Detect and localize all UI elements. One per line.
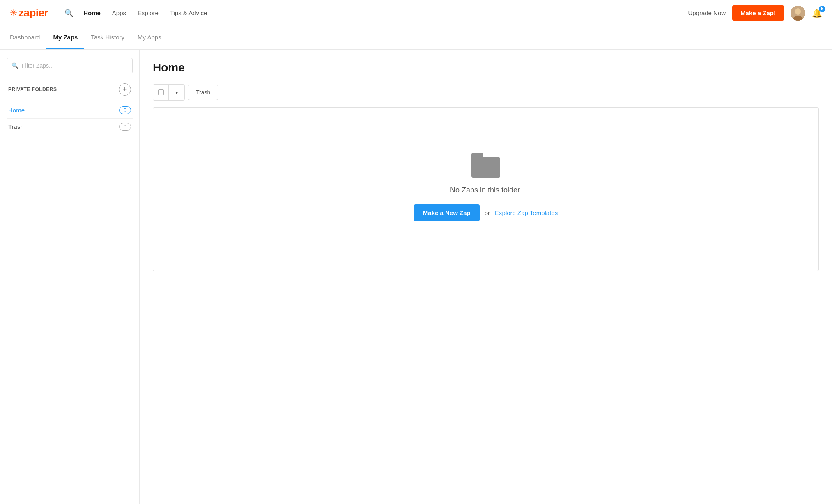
folder-home-name: Home [8,107,25,114]
nav-explore[interactable]: Explore [138,9,159,16]
folder-trash[interactable]: Trash 0 [7,119,133,135]
checkbox-icon [158,89,164,95]
main-nav: Home Apps Explore Tips & Advice [83,9,688,16]
header: ✳ zapier 🔍 Home Apps Explore Tips & Advi… [0,0,832,26]
toolbar: ▾ Trash [153,84,819,101]
empty-folder-icon [471,157,500,178]
avatar-svg [791,6,805,21]
logo-asterisk-icon: ✳ [10,8,17,18]
or-separator: or [485,209,490,216]
add-folder-button[interactable]: + [119,83,131,96]
tab-dashboard[interactable]: Dashboard [10,26,46,49]
sidebar: 🔍 PRIVATE FOLDERS + Home 0 Trash 0 [0,50,140,504]
trash-button[interactable]: Trash [188,85,218,100]
sub-nav: Dashboard My Zaps Task History My Apps [0,26,832,50]
svg-point-1 [795,8,801,15]
avatar-image [791,6,805,21]
search-button[interactable]: 🔍 [61,5,77,21]
nav-home[interactable]: Home [83,9,101,16]
logo[interactable]: ✳ zapier [10,7,48,19]
folder-trash-name: Trash [8,123,24,130]
empty-actions: Make a New Zap or Explore Zap Templates [414,204,558,221]
tab-my-apps[interactable]: My Apps [131,26,168,49]
header-right: Upgrade Now Make a Zap! 🔔 5 [688,5,822,21]
dropdown-arrow-button[interactable]: ▾ [169,85,184,100]
private-folders-title: PRIVATE FOLDERS [8,87,57,92]
filter-wrap: 🔍 [7,58,133,73]
checkbox-dropdown: ▾ [153,84,185,101]
filter-input[interactable] [7,58,133,73]
upgrade-link[interactable]: Upgrade Now [688,9,726,16]
avatar[interactable] [791,6,805,21]
notification-badge: 5 [819,6,825,12]
nav-apps[interactable]: Apps [112,9,126,16]
chevron-down-icon: ▾ [175,89,178,96]
select-all-checkbox[interactable] [153,85,169,100]
empty-state: No Zaps in this folder. Make a New Zap o… [153,107,819,271]
nav-tips[interactable]: Tips & Advice [170,9,207,16]
folder-home-count: 0 [119,106,131,114]
search-icon: 🔍 [64,9,74,17]
make-new-zap-button[interactable]: Make a New Zap [414,204,480,221]
private-folders-header: PRIVATE FOLDERS + [7,83,133,96]
main-layout: 🔍 PRIVATE FOLDERS + Home 0 Trash 0 Home … [0,50,832,504]
make-zap-button[interactable]: Make a Zap! [732,5,784,21]
tab-task-history[interactable]: Task History [84,26,131,49]
content-area: Home ▾ Trash No Zaps in this folder. Mak… [140,50,832,504]
tab-my-zaps[interactable]: My Zaps [46,26,84,49]
filter-search-icon: 🔍 [11,62,18,69]
folder-trash-count: 0 [119,123,131,131]
notification-bell[interactable]: 🔔 5 [812,8,822,18]
explore-templates-link[interactable]: Explore Zap Templates [495,209,558,216]
make-zap-wrapper: Make a Zap! [732,5,784,21]
logo-text: zapier [18,7,48,19]
page-title: Home [153,61,819,74]
empty-message: No Zaps in this folder. [450,186,522,195]
folder-home[interactable]: Home 0 [7,102,133,119]
